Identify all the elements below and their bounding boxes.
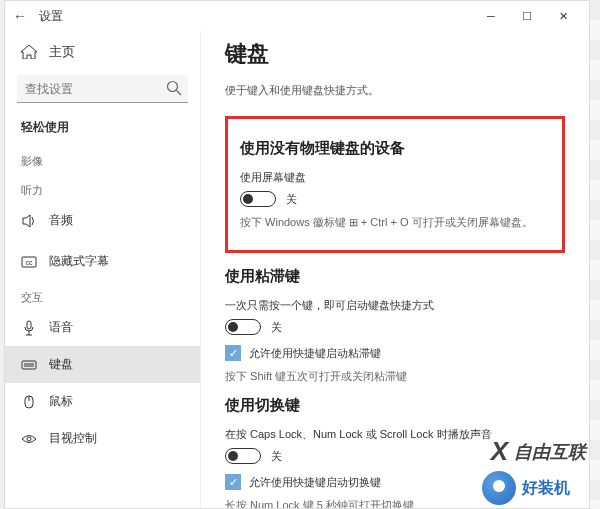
sidebar-item-home[interactable]: 主页 — [5, 35, 200, 69]
svg-rect-4 — [27, 321, 31, 329]
brand-text: 好装机 — [522, 478, 570, 499]
sticky-toggle[interactable] — [225, 319, 261, 335]
sticky-shortcut-checkbox[interactable]: ✓ — [225, 345, 241, 361]
sidebar-item-label: 音频 — [49, 212, 73, 229]
togglekeys-check-label: 允许使用快捷键启动切换键 — [249, 475, 381, 490]
brand-circle-icon — [482, 471, 516, 505]
osk-label: 使用屏幕键盘 — [240, 170, 550, 185]
sidebar-item-captions[interactable]: cc 隐藏式字幕 — [5, 243, 200, 280]
sidebar-item-speech[interactable]: 语音 — [5, 309, 200, 346]
togglekeys-state: 关 — [271, 449, 282, 464]
sticky-sub: 一次只需按一个键，即可启动键盘快捷方式 — [225, 298, 565, 313]
togglekeys-toggle[interactable] — [225, 448, 261, 464]
back-button[interactable]: ← — [13, 8, 33, 24]
sticky-hint: 按下 Shift 键五次可打开或关闭粘滞键 — [225, 369, 565, 384]
page-description: 便于键入和使用键盘快捷方式。 — [225, 83, 565, 98]
sidebar-item-label: 语音 — [49, 319, 73, 336]
sidebar-item-eye-control[interactable]: 目视控制 — [5, 420, 200, 457]
watermark: X 自由互联 — [491, 436, 586, 467]
section-toggle-title: 使用切换键 — [225, 396, 565, 415]
svg-rect-5 — [22, 361, 36, 369]
osk-hint: 按下 Windows 徽标键 ⊞ + Ctrl + O 可打开或关闭屏幕键盘。 — [240, 215, 550, 230]
background-edge — [590, 0, 600, 509]
brand-badge: 好装机 — [482, 471, 570, 505]
minimize-button[interactable]: ─ — [473, 2, 509, 30]
togglekeys-shortcut-checkbox[interactable]: ✓ — [225, 474, 241, 490]
search-icon — [166, 80, 182, 96]
svg-text:cc: cc — [26, 259, 34, 266]
captions-icon: cc — [21, 254, 37, 270]
section-sticky-title: 使用粘滞键 — [225, 267, 565, 286]
sidebar-cat-vision: 影像 — [5, 144, 200, 173]
search-input[interactable] — [17, 75, 188, 103]
home-icon — [21, 45, 37, 59]
window-title: 设置 — [39, 8, 473, 25]
sidebar-item-label: 鼠标 — [49, 393, 73, 410]
sidebar-item-keyboard[interactable]: 键盘 — [5, 346, 200, 383]
highlighted-section: 使用没有物理键盘的设备 使用屏幕键盘 关 按下 Windows 徽标键 ⊞ + … — [225, 116, 565, 253]
watermark-x-icon: X — [491, 436, 508, 467]
sidebar-group-label: 轻松使用 — [5, 113, 200, 144]
sticky-check-label: 允许使用快捷键启动粘滞键 — [249, 346, 381, 361]
sidebar-cat-interaction: 交互 — [5, 280, 200, 309]
svg-point-0 — [168, 82, 178, 92]
osk-toggle[interactable] — [240, 191, 276, 207]
watermark-text: 自由互联 — [514, 440, 586, 464]
sidebar-item-label: 隐藏式字幕 — [49, 253, 109, 270]
sidebar-item-label: 目视控制 — [49, 430, 97, 447]
speaker-icon — [21, 213, 37, 229]
sticky-toggle-state: 关 — [271, 320, 282, 335]
svg-point-10 — [27, 437, 31, 441]
maximize-button[interactable]: ☐ — [509, 2, 545, 30]
sidebar-cat-hearing: 听力 — [5, 173, 200, 202]
osk-toggle-state: 关 — [286, 192, 297, 207]
mouse-icon — [21, 394, 37, 410]
sidebar-item-mouse[interactable]: 鼠标 — [5, 383, 200, 420]
eye-icon — [21, 431, 37, 447]
sidebar-item-audio[interactable]: 音频 — [5, 202, 200, 239]
keyboard-icon — [21, 357, 37, 373]
sidebar-item-label: 键盘 — [49, 356, 73, 373]
close-button[interactable]: ✕ — [545, 2, 581, 30]
svg-line-1 — [177, 91, 182, 96]
microphone-icon — [21, 320, 37, 336]
sidebar-home-label: 主页 — [49, 43, 75, 61]
page-title: 键盘 — [225, 39, 565, 69]
search-box[interactable] — [17, 75, 188, 103]
section-osk-title: 使用没有物理键盘的设备 — [240, 139, 550, 158]
